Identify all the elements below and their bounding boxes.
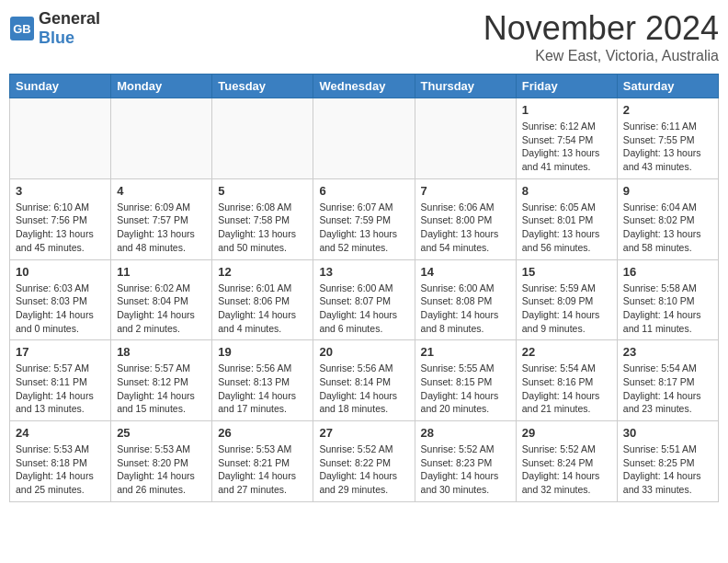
- col-header-sunday: Sunday: [10, 75, 111, 98]
- day-number: 25: [117, 426, 206, 440]
- day-number: 12: [218, 265, 307, 279]
- calendar-cell: 20Sunrise: 5:56 AM Sunset: 8:14 PM Dayli…: [313, 340, 415, 421]
- day-number: 16: [623, 265, 712, 279]
- calendar-cell: 2Sunrise: 6:11 AM Sunset: 7:55 PM Daylig…: [617, 98, 718, 179]
- page-header: GB General Blue November 2024 Kew East, …: [9, 9, 719, 64]
- day-info: Sunrise: 5:53 AM Sunset: 8:21 PM Dayligh…: [218, 442, 307, 497]
- day-info: Sunrise: 6:02 AM Sunset: 8:04 PM Dayligh…: [117, 282, 206, 336]
- calendar-cell: 30Sunrise: 5:51 AM Sunset: 8:25 PM Dayli…: [617, 421, 718, 502]
- col-header-saturday: Saturday: [617, 75, 718, 98]
- day-info: Sunrise: 6:07 AM Sunset: 7:59 PM Dayligh…: [319, 201, 408, 255]
- day-number: 19: [218, 345, 307, 359]
- day-info: Sunrise: 6:08 AM Sunset: 7:58 PM Dayligh…: [218, 201, 307, 255]
- logo-icon: GB: [9, 16, 35, 41]
- calendar-cell: 5Sunrise: 6:08 AM Sunset: 7:58 PM Daylig…: [212, 178, 313, 259]
- day-number: 6: [319, 184, 408, 198]
- calendar-cell: 11Sunrise: 6:02 AM Sunset: 8:04 PM Dayli…: [111, 259, 212, 340]
- day-number: 15: [522, 265, 611, 279]
- calendar-cell: 23Sunrise: 5:54 AM Sunset: 8:17 PM Dayli…: [617, 340, 718, 421]
- day-info: Sunrise: 5:56 AM Sunset: 8:14 PM Dayligh…: [319, 362, 408, 416]
- day-info: Sunrise: 6:00 AM Sunset: 8:08 PM Dayligh…: [421, 282, 510, 336]
- day-info: Sunrise: 5:54 AM Sunset: 8:16 PM Dayligh…: [522, 362, 611, 416]
- title-block: November 2024 Kew East, Victoria, Austra…: [483, 9, 719, 64]
- week-row-4: 17Sunrise: 5:57 AM Sunset: 8:11 PM Dayli…: [10, 340, 719, 421]
- day-number: 3: [16, 184, 105, 198]
- calendar-cell: 8Sunrise: 6:05 AM Sunset: 8:01 PM Daylig…: [516, 178, 617, 259]
- day-info: Sunrise: 5:59 AM Sunset: 8:09 PM Dayligh…: [522, 282, 611, 336]
- calendar-cell: 22Sunrise: 5:54 AM Sunset: 8:16 PM Dayli…: [516, 340, 617, 421]
- calendar-cell: 26Sunrise: 5:53 AM Sunset: 8:21 PM Dayli…: [212, 421, 313, 502]
- calendar-cell: 28Sunrise: 5:52 AM Sunset: 8:23 PM Dayli…: [415, 421, 516, 502]
- logo-general: General: [39, 9, 100, 28]
- day-number: 5: [218, 184, 307, 198]
- day-number: 24: [16, 426, 105, 440]
- day-info: Sunrise: 6:11 AM Sunset: 7:55 PM Dayligh…: [623, 120, 712, 174]
- day-number: 4: [117, 184, 206, 198]
- day-number: 2: [623, 103, 712, 117]
- day-info: Sunrise: 6:10 AM Sunset: 7:56 PM Dayligh…: [16, 201, 105, 255]
- day-number: 28: [421, 426, 510, 440]
- calendar-cell: [415, 98, 516, 179]
- calendar-cell: 6Sunrise: 6:07 AM Sunset: 7:59 PM Daylig…: [313, 178, 415, 259]
- day-info: Sunrise: 5:55 AM Sunset: 8:15 PM Dayligh…: [421, 362, 510, 416]
- calendar-cell: [212, 98, 313, 179]
- calendar-cell: 9Sunrise: 6:04 AM Sunset: 8:02 PM Daylig…: [617, 178, 718, 259]
- day-info: Sunrise: 6:12 AM Sunset: 7:54 PM Dayligh…: [522, 120, 611, 174]
- calendar-cell: 14Sunrise: 6:00 AM Sunset: 8:08 PM Dayli…: [415, 259, 516, 340]
- day-info: Sunrise: 6:06 AM Sunset: 8:00 PM Dayligh…: [421, 201, 510, 255]
- day-number: 22: [522, 345, 611, 359]
- calendar-cell: 1Sunrise: 6:12 AM Sunset: 7:54 PM Daylig…: [516, 98, 617, 179]
- day-info: Sunrise: 5:51 AM Sunset: 8:25 PM Dayligh…: [623, 442, 712, 497]
- month-title: November 2024: [483, 9, 719, 48]
- location-title: Kew East, Victoria, Australia: [483, 48, 719, 64]
- calendar-cell: 18Sunrise: 5:57 AM Sunset: 8:12 PM Dayli…: [111, 340, 212, 421]
- day-number: 23: [623, 345, 712, 359]
- col-header-friday: Friday: [516, 75, 617, 98]
- calendar-cell: [111, 98, 212, 179]
- day-number: 13: [319, 265, 408, 279]
- col-header-wednesday: Wednesday: [313, 75, 415, 98]
- calendar-cell: 29Sunrise: 5:52 AM Sunset: 8:24 PM Dayli…: [516, 421, 617, 502]
- calendar-cell: 4Sunrise: 6:09 AM Sunset: 7:57 PM Daylig…: [111, 178, 212, 259]
- day-number: 26: [218, 426, 307, 440]
- day-info: Sunrise: 5:58 AM Sunset: 8:10 PM Dayligh…: [623, 282, 712, 336]
- day-info: Sunrise: 6:01 AM Sunset: 8:06 PM Dayligh…: [218, 282, 307, 336]
- day-info: Sunrise: 5:52 AM Sunset: 8:22 PM Dayligh…: [319, 442, 408, 497]
- calendar-cell: 3Sunrise: 6:10 AM Sunset: 7:56 PM Daylig…: [10, 178, 111, 259]
- day-info: Sunrise: 5:54 AM Sunset: 8:17 PM Dayligh…: [623, 362, 712, 416]
- day-info: Sunrise: 5:52 AM Sunset: 8:23 PM Dayligh…: [421, 442, 510, 497]
- week-row-1: 1Sunrise: 6:12 AM Sunset: 7:54 PM Daylig…: [10, 98, 719, 179]
- calendar-cell: 10Sunrise: 6:03 AM Sunset: 8:03 PM Dayli…: [10, 259, 111, 340]
- calendar-cell: 21Sunrise: 5:55 AM Sunset: 8:15 PM Dayli…: [415, 340, 516, 421]
- day-info: Sunrise: 6:09 AM Sunset: 7:57 PM Dayligh…: [117, 201, 206, 255]
- calendar-cell: 27Sunrise: 5:52 AM Sunset: 8:22 PM Dayli…: [313, 421, 415, 502]
- day-number: 30: [623, 426, 712, 440]
- day-info: Sunrise: 6:03 AM Sunset: 8:03 PM Dayligh…: [16, 282, 105, 336]
- day-info: Sunrise: 6:00 AM Sunset: 8:07 PM Dayligh…: [319, 282, 408, 336]
- calendar-header-row: SundayMondayTuesdayWednesdayThursdayFrid…: [10, 75, 719, 98]
- calendar-table: SundayMondayTuesdayWednesdayThursdayFrid…: [9, 74, 719, 502]
- day-number: 8: [522, 184, 611, 198]
- day-info: Sunrise: 5:56 AM Sunset: 8:13 PM Dayligh…: [218, 362, 307, 416]
- calendar-cell: 17Sunrise: 5:57 AM Sunset: 8:11 PM Dayli…: [10, 340, 111, 421]
- col-header-thursday: Thursday: [415, 75, 516, 98]
- day-number: 9: [623, 184, 712, 198]
- week-row-2: 3Sunrise: 6:10 AM Sunset: 7:56 PM Daylig…: [10, 178, 719, 259]
- logo: GB General Blue: [9, 9, 100, 48]
- day-number: 18: [117, 345, 206, 359]
- calendar-cell: [10, 98, 111, 179]
- day-number: 27: [319, 426, 408, 440]
- calendar-cell: 15Sunrise: 5:59 AM Sunset: 8:09 PM Dayli…: [516, 259, 617, 340]
- week-row-5: 24Sunrise: 5:53 AM Sunset: 8:18 PM Dayli…: [10, 421, 719, 502]
- calendar-cell: [313, 98, 415, 179]
- calendar-cell: 19Sunrise: 5:56 AM Sunset: 8:13 PM Dayli…: [212, 340, 313, 421]
- calendar-cell: 16Sunrise: 5:58 AM Sunset: 8:10 PM Dayli…: [617, 259, 718, 340]
- day-info: Sunrise: 5:52 AM Sunset: 8:24 PM Dayligh…: [522, 442, 611, 497]
- day-number: 7: [421, 184, 510, 198]
- day-number: 21: [421, 345, 510, 359]
- logo-blue: Blue: [39, 29, 74, 47]
- day-info: Sunrise: 5:53 AM Sunset: 8:20 PM Dayligh…: [117, 442, 206, 497]
- day-info: Sunrise: 6:04 AM Sunset: 8:02 PM Dayligh…: [623, 201, 712, 255]
- calendar-cell: 12Sunrise: 6:01 AM Sunset: 8:06 PM Dayli…: [212, 259, 313, 340]
- calendar-cell: 13Sunrise: 6:00 AM Sunset: 8:07 PM Dayli…: [313, 259, 415, 340]
